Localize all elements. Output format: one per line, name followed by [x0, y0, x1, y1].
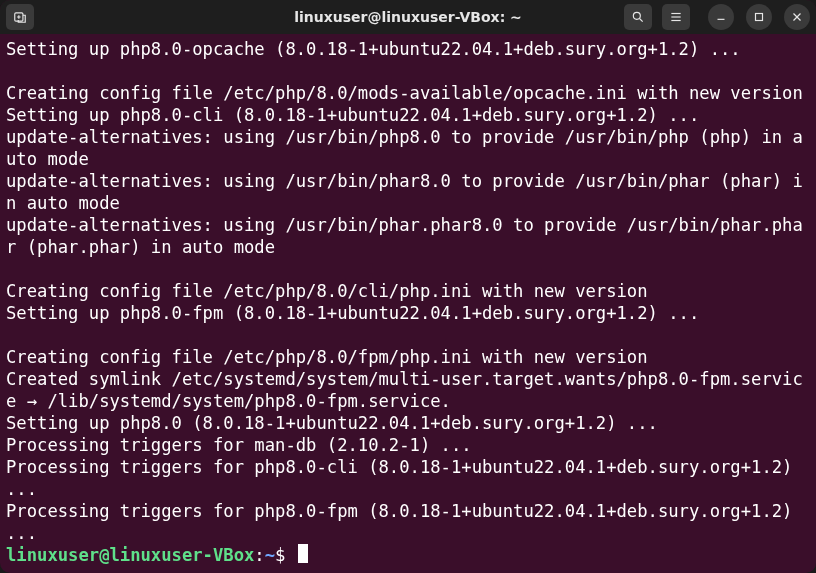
prompt-colon: : — [254, 545, 264, 565]
cursor — [298, 544, 308, 563]
minimize-button[interactable] — [708, 4, 734, 30]
svg-line-4 — [640, 19, 643, 22]
terminal-window: linuxuser@linuxuser-VBox: ~ — [0, 0, 816, 573]
close-button[interactable] — [784, 4, 810, 30]
search-icon — [631, 10, 645, 24]
maximize-icon — [752, 10, 766, 24]
new-tab-icon — [13, 10, 27, 24]
svg-rect-9 — [756, 14, 763, 21]
prompt-path: ~ — [265, 545, 275, 565]
new-tab-button[interactable] — [6, 4, 34, 30]
terminal-output-text: Setting up php8.0-opcache (8.0.18-1+ubun… — [6, 39, 803, 543]
svg-point-3 — [633, 12, 640, 19]
prompt-user: linuxuser@linuxuser-VBox — [6, 545, 254, 565]
menu-button[interactable] — [662, 4, 690, 30]
terminal-output-area[interactable]: Setting up php8.0-opcache (8.0.18-1+ubun… — [0, 34, 816, 573]
search-button[interactable] — [624, 4, 652, 30]
close-icon — [790, 10, 804, 24]
minimize-icon — [714, 10, 728, 24]
window-title: linuxuser@linuxuser-VBox: ~ — [294, 9, 522, 25]
maximize-button[interactable] — [746, 4, 772, 30]
prompt-line: linuxuser@linuxuser-VBox:~$ — [6, 545, 308, 565]
hamburger-icon — [669, 10, 683, 24]
titlebar: linuxuser@linuxuser-VBox: ~ — [0, 0, 816, 34]
prompt-dollar: $ — [275, 545, 296, 565]
